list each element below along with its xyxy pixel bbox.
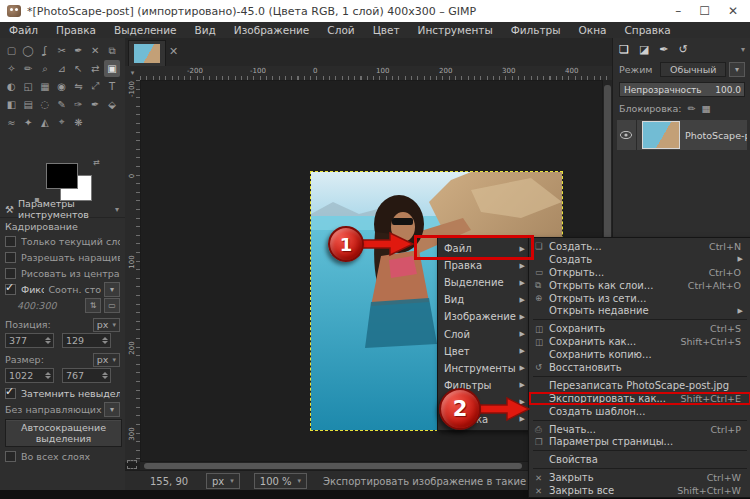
crop-tool-icon[interactable]: ▣ xyxy=(104,60,120,77)
zoom-tool-icon[interactable]: ⌕ xyxy=(37,60,53,77)
checkbox-shrink-merged[interactable]: Во всех слоях xyxy=(5,449,120,464)
file-submenu-item[interactable]: Открыть недавние▶ xyxy=(529,304,750,317)
autoshrink-button[interactable]: Автосокращение выделения xyxy=(5,419,122,447)
channels-tab-icon[interactable]: ◪ xyxy=(639,43,649,56)
clone-tool-icon[interactable]: ⬙ xyxy=(104,96,120,113)
measure-tool-icon[interactable]: ⊿ xyxy=(54,60,70,77)
lock-pixels-icon[interactable]: ✏ xyxy=(688,103,696,114)
perspective-tool-icon[interactable]: ◱ xyxy=(20,78,36,95)
ellipse-select-tool-icon[interactable]: ◯ xyxy=(20,42,36,59)
context-menu-item[interactable]: Изображение▶ xyxy=(438,308,531,325)
file-submenu-item[interactable]: ▭Открыть...Ctrl+O xyxy=(529,266,750,279)
menubar-item-Файл[interactable]: Файл xyxy=(0,22,47,38)
grid-toggle-button[interactable]: ▭ xyxy=(104,298,120,313)
portrait-landscape-button[interactable]: ⇅ xyxy=(85,298,101,313)
lock-alpha-icon[interactable]: ▦ xyxy=(701,103,710,114)
checkbox-expand-from-center[interactable]: Рисовать из центра xyxy=(5,266,120,281)
menubar-item-Изображение[interactable]: Изображение xyxy=(225,22,319,38)
history-tab-icon[interactable]: ↺ xyxy=(679,43,688,56)
tab-close-icon[interactable]: ✕ xyxy=(169,45,178,58)
scale-tool-icon[interactable]: ⤢ xyxy=(87,78,103,95)
menubar-item-Слой[interactable]: Слой xyxy=(318,22,363,38)
menubar-item-Фильтры[interactable]: Фильтры xyxy=(502,22,570,38)
scissors-select-tool-icon[interactable]: ✂ xyxy=(54,42,70,59)
file-submenu-item[interactable]: ⎙Печать...Ctrl+P xyxy=(529,423,750,436)
file-submenu-item[interactable]: ◫СохранитьCtrl+S xyxy=(529,322,750,335)
fuzzy-select-tool-icon[interactable]: ⧉ xyxy=(104,42,120,59)
file-submenu-item[interactable]: ❐Параметры страницы... xyxy=(529,435,750,448)
file-submenu-item[interactable]: ◫Сохранить как...Shift+Ctrl+S xyxy=(529,335,750,348)
size-height-spinner[interactable]: 767 xyxy=(62,368,111,383)
context-menu-item[interactable]: Слой▶ xyxy=(438,325,531,342)
fixed-aspect-row[interactable]: Фикс.: Соотн. сторон ▾ xyxy=(5,282,120,297)
ruler-corner[interactable]: ▾ xyxy=(125,66,141,81)
menubar-item-Справка[interactable]: Справка xyxy=(615,22,679,38)
tab-menu-icon[interactable]: ▾ xyxy=(741,45,745,54)
move-tool-icon[interactable]: ↖ xyxy=(71,60,87,77)
paths-tab-icon[interactable]: ✒ xyxy=(659,43,668,56)
file-submenu-item[interactable]: ✕ЗакрытьCtrl+W xyxy=(529,471,750,484)
warp-tool-icon[interactable]: ◉ xyxy=(54,78,70,95)
size-width-spinner[interactable]: 1022 xyxy=(5,368,54,383)
guides-dropdown-button[interactable]: ▾ xyxy=(104,402,120,417)
free-select-tool-icon[interactable]: ʆ xyxy=(37,42,53,59)
paths-tool-icon[interactable]: ✒ xyxy=(71,42,87,59)
chevron-down-icon[interactable]: ▾ xyxy=(115,205,119,214)
menubar-item-Выделение[interactable]: Выделение xyxy=(105,22,186,38)
file-submenu-item[interactable]: Создать▶ xyxy=(529,253,750,266)
context-menu-item[interactable]: Вид▶ xyxy=(438,291,531,308)
checkbox-current-layer-only[interactable]: Только текущий слой xyxy=(5,234,120,249)
position-x-spinner[interactable]: 377 xyxy=(5,333,54,348)
quick-mask-toggle[interactable] xyxy=(127,460,137,469)
align-tool-icon[interactable]: ⇄ xyxy=(87,60,103,77)
mode-combo[interactable]: Обычный xyxy=(660,62,726,77)
color-picker-tool-icon[interactable]: ✧ xyxy=(3,60,19,77)
airbrush-tool-icon[interactable]: ✑ xyxy=(71,96,87,113)
ink-tool-icon[interactable]: ✒ xyxy=(87,96,103,113)
image-tab[interactable] xyxy=(128,40,166,67)
context-menu-item[interactable]: Выделение▶ xyxy=(438,274,531,291)
mypaint-brush-tool-icon[interactable]: ❋ xyxy=(71,114,87,131)
mode-dropdown-button[interactable]: ▾ xyxy=(729,62,745,77)
minimize-button[interactable]: – xyxy=(675,4,681,18)
pencil-tool-icon[interactable]: ✏ xyxy=(20,60,36,77)
file-submenu-item[interactable]: Свойства xyxy=(529,453,750,466)
menubar-item-Окна[interactable]: Окна xyxy=(570,22,616,38)
text-tool-icon[interactable]: T xyxy=(104,78,120,95)
foreground-color-swatch[interactable] xyxy=(46,163,78,189)
paintbrush-tool-icon[interactable]: ✎ xyxy=(54,96,70,113)
menubar-item-Вид[interactable]: Вид xyxy=(186,22,225,38)
maximize-button[interactable]: ☐ xyxy=(699,4,710,18)
file-submenu-item[interactable]: ↺Восстановить xyxy=(529,361,750,374)
file-submenu-item[interactable]: Перезаписать PhotoScape-post.jpg xyxy=(529,379,750,392)
horizontal-scroll-thumb[interactable] xyxy=(144,463,522,469)
menubar-item-Правка[interactable]: Правка xyxy=(47,22,105,38)
file-submenu-item[interactable]: ❏Создать...Ctrl+N xyxy=(529,240,750,253)
aspect-dropdown-button[interactable]: ▾ xyxy=(104,282,120,297)
context-menu-item[interactable]: Цвет▶ xyxy=(438,343,531,360)
heal-tool-icon[interactable]: ⌖ xyxy=(54,114,70,131)
position-y-spinner[interactable]: 129 xyxy=(62,333,111,348)
dodge-burn-tool-icon[interactable]: ✦ xyxy=(20,114,36,131)
size-unit-combo[interactable]: px▾ xyxy=(93,353,120,367)
opacity-slider[interactable]: Непрозрачность 100.0 xyxy=(619,82,745,97)
flip-tool-icon[interactable]: ⇋ xyxy=(71,78,87,95)
rectangle-select-tool-icon[interactable]: ▢ xyxy=(3,42,19,59)
close-button[interactable]: ✕ xyxy=(728,4,738,18)
file-submenu-item[interactable]: Сохранить копию... xyxy=(529,348,750,361)
position-unit-combo[interactable]: px▾ xyxy=(93,318,120,332)
file-submenu-item[interactable]: ✕Закрыть всеShift+Ctrl+W xyxy=(529,484,750,497)
rotate-tool-icon[interactable]: ◐ xyxy=(3,78,19,95)
bucket-fill-tool-icon[interactable]: ◧ xyxy=(3,96,19,113)
menubar-item-Цвет[interactable]: Цвет xyxy=(364,22,409,38)
file-submenu-item[interactable]: ⊕Открыть из сети... xyxy=(529,292,750,305)
aspect-ratio-input[interactable]: 400:300 xyxy=(17,300,56,311)
file-submenu-item[interactable]: Экспортировать как...Shift+Ctrl+E xyxy=(529,392,750,405)
context-menu-item[interactable]: Инструменты▶ xyxy=(438,360,531,377)
file-submenu-item[interactable]: ⧉Открыть как слои...Ctrl+Alt+O xyxy=(529,279,750,292)
layers-tab-icon[interactable]: ❏ xyxy=(619,43,629,56)
checkbox-allow-growing[interactable]: Разрешать наращивание xyxy=(5,250,120,265)
gradient-tool-icon[interactable]: ▤ xyxy=(20,96,36,113)
checkbox-highlight[interactable]: Затемнить невыделенное xyxy=(5,386,120,401)
unit-combo[interactable]: px▾ xyxy=(206,473,240,489)
